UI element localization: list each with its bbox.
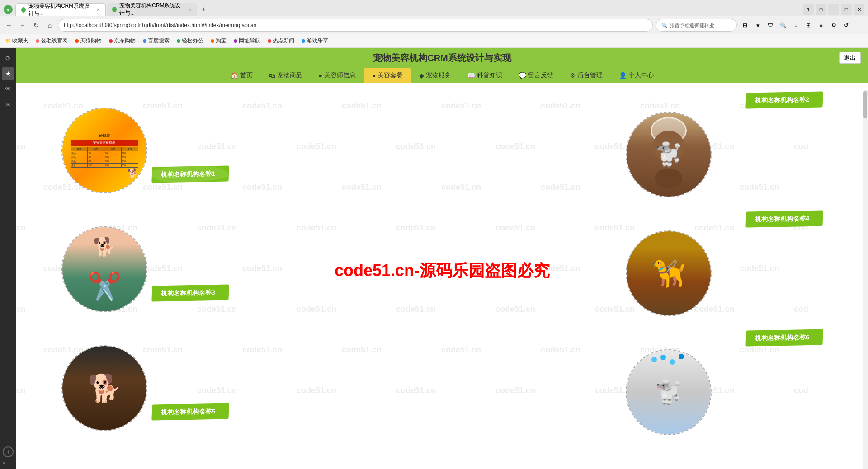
tab-inactive[interactable]: 宠物美容机构CRM系统设计与... ✕ — [107, 3, 197, 16]
tab-favicon-2 — [112, 7, 117, 12]
card-2-label-area: 机构名称机构名称2 — [746, 92, 823, 108]
sidebar-icon-1[interactable]: ⟳ — [2, 52, 14, 65]
nav-knowledge[interactable]: 📖 科普知识 — [459, 68, 510, 83]
card-4-label: 机构名称机构名称4 — [746, 211, 823, 228]
card-6[interactable]: 机构名称机构名称6 🐩 — [442, 330, 859, 435]
minimize-button[interactable]: — — [828, 4, 839, 15]
more-icon[interactable]: ⋮ — [854, 20, 864, 31]
bookmark-label-office: 轻松办公 — [182, 37, 203, 45]
products-icon: 🛍 — [269, 72, 275, 79]
app-header: 宠物美容机构CRM系统设计与实现 退出 — [16, 48, 868, 68]
bookmarks-bar: 📁 收藏夹 老毛线官网 天猫购物 京东购物 百度搜索 轻松办公 淘宝 — [0, 34, 868, 48]
bookmark-games[interactable]: 游戏乐享 — [300, 36, 330, 46]
search-icon[interactable]: 🔍 — [778, 20, 788, 31]
bookmark-label-jd: 京东购物 — [114, 37, 136, 45]
nav-admin[interactable]: ⚙ 后台管理 — [561, 68, 611, 83]
card-6-label-text: 机构名称机构名称6 — [755, 333, 809, 342]
back-button[interactable]: ← — [4, 20, 14, 31]
grid-icon[interactable]: ⊞ — [740, 20, 750, 31]
tab-label-1: 宠物美容机构CRM系统设计与... — [28, 2, 92, 18]
home-button[interactable]: ⌂ — [44, 20, 55, 31]
tab-close-2[interactable]: ✕ — [188, 7, 192, 12]
bookmark-laomao[interactable]: 老毛线官网 — [34, 36, 70, 46]
card-4-image[interactable]: 🦮 — [626, 230, 712, 316]
card-5-label-area: 机构名称机构名称5 — [152, 404, 229, 420]
card-2-image[interactable]: 🐩 — [626, 112, 712, 197]
cards-container: 价目表 宠物美容价格表 项目 小型 中型 大型 洗澡50801 — [25, 92, 859, 435]
maximize-button[interactable]: □ — [841, 4, 852, 15]
browser-menu-icon[interactable]: ≡ — [816, 20, 826, 31]
new-tab-button[interactable]: + — [198, 5, 209, 14]
sidebar-icon-3[interactable]: 👁 — [2, 83, 14, 95]
scrollbar-thumb[interactable] — [863, 91, 867, 118]
card-row-1: 价目表 宠物美容价格表 项目 小型 中型 大型 洗澡50801 — [25, 92, 859, 197]
bookmark-label-baidu: 百度搜索 — [148, 37, 170, 45]
bookmark-news[interactable]: 热点新闻 — [266, 36, 296, 46]
window-controls: 1 □ — □ ✕ — [803, 4, 864, 15]
card-3-image[interactable]: ✂️ 🐕 — [61, 226, 147, 312]
bookmark-baidu[interactable]: 百度搜索 — [141, 36, 171, 46]
scrollbar-track — [863, 90, 868, 469]
tab-ctrl-1[interactable]: 1 — [803, 4, 814, 15]
nav-products[interactable]: 🛍 宠物商品 — [261, 68, 311, 83]
card-row-2: ✂️ 🐕 机构名称机构名称3 — [25, 211, 859, 316]
reload-button[interactable]: ↻ — [31, 20, 42, 31]
nav-menu: 🏠 首页 🛍 宠物商品 ● 美容师信息 ● 美容套餐 ◆ 宠物服务 📖 科普知 — [16, 68, 868, 83]
bookmark-tianmao[interactable]: 天猫购物 — [73, 36, 104, 46]
card-5[interactable]: 🐕 相拍点 机构名称机构名称5 — [25, 345, 442, 420]
card-6-image[interactable]: 🐩 — [626, 349, 712, 435]
card-5-image[interactable]: 🐕 相拍点 — [61, 345, 147, 431]
bookmark-jd[interactable]: 京东购物 — [107, 36, 137, 46]
star-icon[interactable]: ★ — [752, 20, 763, 31]
bookmark-label-games: 游戏乐享 — [307, 37, 328, 45]
sidebar-icon-2[interactable]: ★ — [2, 67, 14, 80]
card-row-3: 🐕 相拍点 机构名称机构名称5 — [25, 330, 859, 435]
services-icon: ◆ — [419, 72, 424, 79]
list-icon[interactable]: ≡ — [3, 461, 14, 466]
app-title: 宠物美容机构CRM系统设计与实现 — [16, 52, 868, 68]
bookmark-nav[interactable]: 网址导航 — [232, 36, 262, 46]
download-icon[interactable]: ↓ — [790, 20, 801, 31]
search-bar[interactable]: 🔍 张蓓予颈追何捷转业 — [656, 19, 737, 32]
nav-profile[interactable]: 👤 个人中心 — [611, 68, 662, 83]
content-area: code51.cn code51.cn code51.cn code51.cn … — [16, 83, 868, 458]
nav-services[interactable]: ◆ 宠物服务 — [411, 68, 459, 83]
tab-ctrl-2[interactable]: □ — [816, 4, 826, 15]
nav-beautician[interactable]: ● 美容师信息 — [311, 68, 364, 83]
refresh-icon[interactable]: ↺ — [841, 20, 852, 31]
bookmark-label-taobao: 淘宝 — [216, 37, 226, 45]
sidebar-icon-4[interactable]: ✉ — [2, 98, 14, 111]
shield-icon[interactable]: 🛡 — [765, 20, 776, 31]
nav-packages[interactable]: ● 美容套餐 — [364, 68, 411, 83]
card-3[interactable]: ✂️ 🐕 机构名称机构名称3 — [25, 226, 442, 301]
nav-home[interactable]: 🏠 首页 — [222, 68, 261, 83]
bookmark-favorites[interactable]: 📁 收藏夹 — [4, 36, 30, 46]
card-5-label-text: 机构名称机构名称5 — [161, 408, 215, 416]
bookmark-label-news: 热点新闻 — [273, 37, 294, 45]
home-icon: 🏠 — [231, 72, 238, 79]
card-5-label: 机构名称机构名称5 — [151, 403, 229, 421]
nav-feedback[interactable]: 💬 留言反馈 — [510, 68, 561, 83]
bookmark-taobao[interactable]: 淘宝 — [209, 36, 228, 46]
settings-icon[interactable]: ⚙ — [828, 20, 839, 31]
bookmark-label-laomao: 老毛线官网 — [41, 37, 68, 45]
apps-icon[interactable]: ⊞ — [803, 20, 814, 31]
address-bar[interactable]: http://localhost:8080/springbootr1gdh/fr… — [58, 19, 653, 32]
card-1[interactable]: 价目表 宠物美容价格表 项目 小型 中型 大型 洗澡50801 — [25, 108, 442, 182]
search-text: 张蓓予颈追何捷转业 — [670, 22, 714, 29]
card-2[interactable]: 机构名称机构名称2 🐩 — [442, 92, 859, 197]
bookmark-office[interactable]: 轻松办公 — [175, 36, 205, 46]
close-button[interactable]: ✕ — [854, 4, 864, 15]
add-button[interactable]: + — [3, 446, 14, 457]
main-content: 宠物美容机构CRM系统设计与实现 退出 🏠 首页 🛍 宠物商品 ● 美容师信息 … — [16, 48, 868, 469]
tab-active[interactable]: 宠物美容机构CRM系统设计与... ✕ — [15, 3, 106, 16]
card-1-label-area: 机构名称机构名称1 — [152, 166, 229, 182]
forward-button[interactable]: → — [17, 20, 28, 31]
card-1-image[interactable]: 价目表 宠物美容价格表 项目 小型 中型 大型 洗澡50801 — [61, 108, 147, 193]
card-4[interactable]: 机构名称机构名称4 🦮 — [442, 211, 859, 316]
knowledge-icon: 📖 — [467, 72, 475, 79]
card-2-label-text: 机构名称机构名称2 — [755, 96, 809, 104]
card-3-label-text: 机构名称机构名称3 — [161, 289, 215, 297]
tab-close-1[interactable]: ✕ — [96, 7, 100, 12]
logout-button[interactable]: 退出 — [839, 52, 861, 64]
